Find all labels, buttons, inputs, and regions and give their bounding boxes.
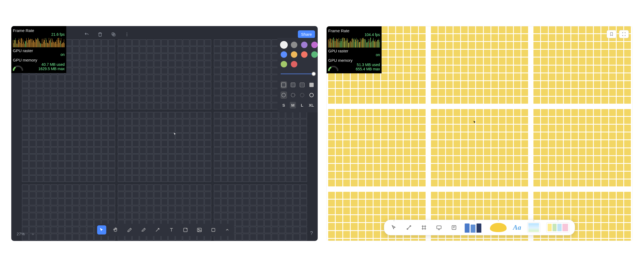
stroke-thick-icon[interactable] — [309, 92, 314, 99]
size-xl-button[interactable]: XL — [308, 102, 314, 109]
chevron-up-icon: ⌃ — [533, 220, 535, 223]
chevron-up-icon: ⌃ — [393, 220, 395, 223]
cell-cluster — [118, 39, 211, 109]
svg-point-12 — [310, 93, 313, 97]
svg-rect-16 — [212, 228, 215, 232]
share-button[interactable]: Share — [298, 30, 315, 38]
cell-cluster — [214, 112, 307, 182]
color-swatch[interactable] — [281, 42, 287, 48]
select-tool-icon[interactable] — [97, 225, 106, 234]
picture-icon — [528, 222, 540, 233]
sticky-tool-icon[interactable] — [448, 222, 460, 233]
perf-gpumem-used: 40.7 MB used — [25, 62, 65, 67]
connector-tool-icon[interactable] — [403, 222, 415, 233]
shape-tool-icon[interactable] — [209, 225, 218, 234]
gauge-icon — [13, 66, 23, 71]
top-right-controls — [607, 30, 629, 38]
help-button[interactable]: ? — [310, 230, 313, 236]
image-tool-icon[interactable] — [195, 225, 204, 234]
fill-style-row — [281, 81, 314, 88]
svg-point-9 — [282, 93, 286, 97]
perf-overlay-left: Frame Rate 21.6 fps GPU raster on GPU me… — [11, 26, 66, 73]
size-m-button[interactable]: M — [290, 102, 296, 109]
property-panel: SMLXL — [277, 38, 318, 112]
bookmark-icon[interactable] — [607, 30, 616, 38]
color-swatch[interactable] — [301, 51, 308, 58]
svg-point-17 — [407, 229, 408, 230]
yellow-cluster — [431, 26, 528, 104]
cell-cluster — [118, 112, 211, 182]
picture-tool[interactable]: ⌃ — [526, 222, 541, 233]
hand-tool-icon[interactable] — [111, 225, 120, 234]
expand-tool-icon[interactable] — [223, 225, 232, 234]
shape-blob-tool[interactable]: ⌃ — [488, 222, 508, 233]
trash-icon[interactable] — [97, 31, 103, 37]
svg-rect-19 — [437, 226, 441, 229]
right-bottom-toolbar: ⌃ ⌃ ⌃ Aa ⌃ ⌃ — [384, 220, 575, 235]
bottom-toolbar — [95, 224, 234, 236]
svg-point-2 — [127, 33, 127, 33]
perf-fps-value: 21.6 fps — [51, 32, 65, 37]
more-icon[interactable] — [124, 31, 130, 37]
yellow-cluster — [533, 109, 631, 186]
right-app: Frame Rate 104.4 fps GPU raster on GPU m… — [326, 26, 633, 241]
perf-gpumem-label: GPU memory — [13, 58, 37, 62]
stroke-thin-icon[interactable] — [281, 92, 287, 99]
fill-pattern2-icon[interactable] — [299, 81, 305, 88]
color-swatch[interactable] — [291, 61, 297, 67]
eraser-tool-icon[interactable] — [139, 225, 148, 234]
duplicate-icon[interactable] — [111, 31, 116, 37]
perf-gpumem-used: 51.3 MB used — [340, 63, 380, 67]
pointer-tool-icon[interactable]: ⌃ — [388, 222, 400, 233]
size-l-button[interactable]: L — [299, 102, 305, 109]
svg-point-11 — [300, 93, 304, 97]
fill-none-icon[interactable] — [281, 81, 287, 88]
perf-gpuraster-label: GPU raster — [328, 49, 348, 53]
svg-rect-7 — [300, 83, 304, 87]
chevron-up-icon: ⌃ — [497, 220, 499, 223]
size-s-button[interactable]: S — [281, 102, 287, 109]
size-options: SMLXL — [281, 102, 314, 109]
draw-tool-icon[interactable] — [125, 225, 134, 234]
color-swatch[interactable] — [311, 42, 318, 48]
gauge-icon — [328, 66, 338, 71]
svg-rect-5 — [281, 83, 286, 87]
perf-gpuraster-label: GPU raster — [13, 48, 33, 53]
svg-point-3 — [127, 34, 127, 35]
stroke-dotted-icon[interactable] — [299, 92, 305, 99]
color-swatch[interactable] — [291, 51, 297, 58]
undo-icon[interactable] — [84, 31, 90, 37]
note-tool-icon[interactable] — [181, 225, 190, 234]
color-swatch[interactable] — [311, 51, 318, 58]
cell-cluster — [22, 112, 115, 182]
boards-tool[interactable]: ⌃ — [545, 222, 571, 233]
chevron-up-icon: ⌃ — [473, 220, 475, 223]
svg-rect-14 — [197, 228, 202, 232]
fps-sparkline — [13, 37, 65, 47]
zoom-level[interactable]: 27% » — [17, 232, 33, 236]
perf-framerate-label: Frame Rate — [13, 28, 34, 33]
fit-icon[interactable] — [619, 30, 629, 38]
color-swatch[interactable] — [281, 61, 287, 67]
boards-icon — [546, 222, 569, 233]
svg-point-18 — [410, 226, 411, 227]
arrow-tool-icon[interactable] — [153, 225, 162, 234]
markers-tool[interactable]: ⌃ — [463, 222, 485, 233]
fill-solid-icon[interactable] — [309, 81, 314, 88]
text-tool-button[interactable]: Aa — [511, 222, 523, 233]
frames-tool-icon[interactable] — [418, 222, 430, 233]
color-swatch[interactable] — [281, 51, 287, 58]
text-tool-icon[interactable] — [167, 225, 176, 234]
markers-icon — [465, 222, 484, 233]
color-swatch[interactable] — [301, 42, 308, 48]
perf-fps-value: 104.4 fps — [364, 33, 380, 37]
opacity-slider[interactable] — [281, 71, 314, 77]
yellow-cluster — [328, 109, 426, 186]
color-swatch[interactable] — [291, 42, 297, 48]
fill-pattern-icon[interactable] — [290, 81, 296, 88]
present-tool-icon[interactable] — [433, 222, 445, 233]
stroke-dashed-icon[interactable] — [290, 92, 296, 99]
perf-gpumem-max: 655.4 MB max — [340, 67, 380, 71]
perf-gpuraster-value: on — [60, 52, 65, 57]
perf-overlay-right: Frame Rate 104.4 fps GPU raster on GPU m… — [327, 26, 382, 73]
